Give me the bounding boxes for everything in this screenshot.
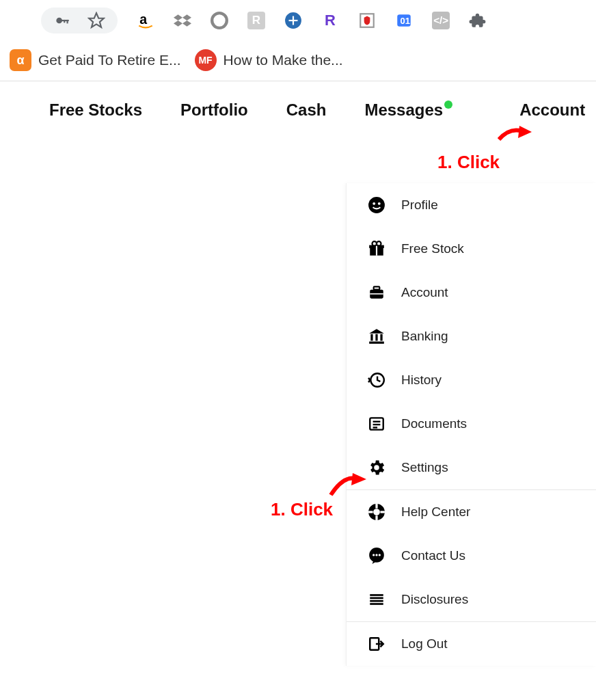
svg-marker-18 — [518, 126, 532, 138]
r-square-ext-icon[interactable]: R — [247, 12, 265, 29]
menu-item-contact[interactable]: Contact Us — [347, 534, 596, 578]
svg-point-42 — [373, 509, 380, 515]
menu-item-logout[interactable]: Log Out — [347, 622, 596, 666]
svg-point-21 — [378, 202, 381, 205]
bookmark-label: Get Paid To Retire E... — [38, 52, 181, 68]
svg-rect-46 — [380, 511, 385, 513]
menu-item-history[interactable]: History — [347, 358, 596, 402]
dropbox-ext-icon[interactable] — [174, 12, 191, 29]
menu-label: Help Center — [401, 504, 470, 520]
svg-rect-2 — [67, 20, 68, 23]
menu-label: Log Out — [401, 636, 448, 651]
bookmark-label: How to Make the... — [224, 52, 343, 68]
gear-icon — [367, 458, 386, 477]
menu-item-settings[interactable]: Settings — [347, 446, 596, 489]
annotation-arrow-account — [498, 123, 532, 144]
bookmark-retire[interactable]: α Get Paid To Retire E... — [10, 49, 181, 71]
svg-rect-31 — [370, 334, 372, 341]
svg-rect-45 — [368, 511, 373, 513]
svg-point-0 — [56, 18, 62, 24]
menu-label: Disclosures — [401, 592, 468, 607]
svg-rect-33 — [380, 334, 382, 341]
smiley-icon — [367, 196, 386, 215]
tab-messages[interactable]: Messages — [364, 100, 452, 120]
menu-item-disclosures[interactable]: Disclosures — [347, 578, 596, 621]
notification-dot-icon — [444, 100, 452, 109]
svg-point-51 — [379, 554, 381, 556]
mf-icon: MF — [195, 49, 217, 71]
svg-rect-28 — [374, 286, 380, 289]
svg-point-49 — [372, 554, 375, 556]
menu-item-free-stock[interactable]: Free Stock — [347, 227, 596, 271]
annotation-label-account: 1. Click — [437, 152, 500, 173]
svg-marker-4 — [89, 13, 104, 27]
menu-label: Documents — [401, 416, 467, 431]
svg-marker-8 — [174, 21, 182, 27]
alpha-icon: α — [10, 49, 31, 71]
menu-label: Account — [401, 285, 448, 300]
svg-marker-30 — [369, 329, 384, 334]
svg-rect-13 — [289, 20, 298, 21]
menu-label: Settings — [401, 460, 448, 475]
menu-label: Profile — [401, 198, 438, 213]
tag-ext-icon[interactable]: 01 — [395, 12, 413, 29]
plus-circle-ext-icon[interactable] — [284, 12, 302, 29]
svg-rect-34 — [369, 342, 384, 344]
annotation-arrow-settings — [328, 472, 366, 499]
svg-point-19 — [368, 197, 385, 213]
gift-icon — [367, 239, 386, 258]
tab-cash[interactable]: Cash — [286, 100, 327, 120]
svg-marker-6 — [174, 14, 182, 21]
tab-account[interactable]: Account — [519, 100, 585, 120]
r-purple-ext-icon[interactable]: R — [321, 12, 339, 29]
browser-toolbar: a R R 01 </> — [0, 0, 596, 41]
svg-rect-32 — [375, 334, 377, 341]
chat-icon — [367, 546, 386, 565]
menu-label: Contact Us — [401, 548, 465, 563]
extensions-puzzle-icon[interactable] — [469, 12, 487, 29]
account-dropdown: Profile Free Stock Account Banking Histo… — [346, 183, 596, 666]
key-icon[interactable] — [53, 12, 71, 29]
menu-item-help[interactable]: Help Center — [347, 490, 596, 534]
svg-rect-3 — [64, 20, 65, 23]
tab-portfolio[interactable]: Portfolio — [180, 100, 248, 120]
svg-point-40 — [374, 465, 379, 470]
briefcase-icon — [367, 283, 386, 302]
code-ext-icon[interactable]: </> — [432, 12, 450, 29]
svg-marker-9 — [182, 21, 191, 27]
shield-ext-icon[interactable] — [358, 12, 376, 29]
svg-marker-57 — [351, 473, 366, 485]
svg-text:</>: </> — [433, 14, 448, 26]
bookmarks-bar: α Get Paid To Retire E... MF How to Make… — [0, 41, 596, 81]
bank-icon — [367, 327, 386, 346]
bookmark-howto[interactable]: MF How to Make the... — [195, 49, 343, 71]
annotation-label-settings: 1. Click — [271, 499, 333, 520]
svg-point-10 — [212, 13, 227, 28]
tab-free-stocks[interactable]: Free Stocks — [49, 100, 142, 120]
svg-rect-43 — [375, 504, 377, 509]
menu-item-profile[interactable]: Profile — [347, 183, 596, 227]
svg-point-26 — [377, 241, 381, 246]
lifebuoy-icon — [367, 502, 386, 522]
tab-messages-label: Messages — [364, 100, 443, 119]
history-icon — [367, 371, 386, 390]
svg-point-50 — [375, 554, 377, 556]
svg-marker-7 — [182, 14, 191, 21]
svg-rect-24 — [376, 245, 377, 256]
star-icon[interactable] — [87, 12, 105, 29]
svg-point-20 — [372, 202, 375, 205]
svg-rect-44 — [375, 515, 377, 520]
menu-label: History — [401, 373, 442, 388]
menu-item-banking[interactable]: Banking — [347, 314, 596, 358]
svg-text:01: 01 — [401, 16, 410, 26]
lines-icon — [367, 590, 386, 609]
circle-ext-icon[interactable] — [211, 12, 228, 29]
url-actions-pill — [41, 8, 118, 33]
svg-text:a: a — [139, 12, 147, 27]
amazon-ext-icon[interactable]: a — [137, 12, 154, 29]
menu-item-account[interactable]: Account — [347, 271, 596, 314]
logout-icon — [367, 634, 386, 654]
menu-label: Free Stock — [401, 241, 464, 256]
menu-label: Banking — [401, 329, 448, 344]
menu-item-documents[interactable]: Documents — [347, 402, 596, 446]
